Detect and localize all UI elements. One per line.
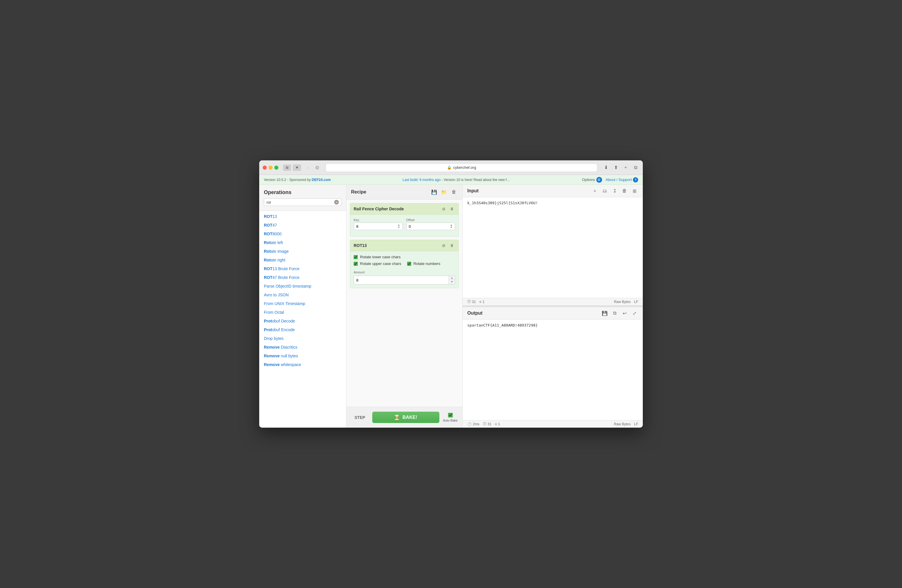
search-clear-button[interactable]: ✕ [334, 200, 339, 205]
input-save-button[interactable]: ↧ [611, 187, 619, 195]
forward-button[interactable]: ⊙ [313, 164, 321, 171]
traffic-lights [263, 166, 279, 170]
bake-label: BAKE! [402, 415, 417, 420]
options-button[interactable]: Options ⚙ [582, 177, 602, 183]
url-text: cyberchef.org [453, 165, 476, 170]
recipe-save-button[interactable]: 💾 [431, 188, 438, 196]
sidebar-item-rotate-right[interactable]: Rotate right [259, 256, 346, 264]
sidebar-item-rot8000[interactable]: ROT8000 [259, 230, 346, 238]
input-delete-button[interactable]: 🗑 [621, 187, 628, 195]
address-bar[interactable]: 🔒 cyberchef.org [326, 163, 597, 172]
output-newline[interactable]: LF [634, 422, 638, 426]
sidebar-item-remove-diacritics[interactable]: Remove Diacritics [259, 343, 346, 352]
output-panel: Output 💾 ⧉ ↩ ⤢ spartanCTF{A11_A80ARD!489… [463, 307, 643, 428]
new-tab-icon[interactable]: ＋ [622, 164, 630, 171]
sidebar-item-avro-json[interactable]: Avro to JSON [259, 291, 346, 299]
op-pause-button[interactable]: ⏸ [449, 206, 455, 212]
step-button[interactable]: STEP [351, 413, 369, 422]
output-lines-value: 1 [498, 422, 500, 426]
sidebar-item-drop-bytes[interactable]: Drop bytes [259, 334, 346, 343]
share-icon[interactable]: ⬆ [612, 164, 620, 171]
op-card-rot13-controls: ⊘ ⏸ [440, 242, 455, 249]
output-copy-button[interactable]: ⧉ [611, 310, 619, 317]
sidebar-item-protobuf-encode[interactable]: Protobuf Encode [259, 325, 346, 334]
offset-label: Offset [406, 218, 456, 222]
output-send-input-button[interactable]: ↩ [621, 310, 628, 317]
output-lines-icon: ≡ [495, 422, 497, 426]
auto-bake-checkbox[interactable] [448, 413, 453, 418]
sidebar-item-remove-null-bytes[interactable]: Remove null bytes [259, 352, 346, 360]
back-button[interactable]: ‹ [305, 164, 312, 171]
sidebar-title: Operations [264, 189, 341, 195]
input-add-button[interactable]: ＋ [591, 187, 599, 195]
sidebar-item-protobuf-decode[interactable]: Protobuf Decode [259, 317, 346, 325]
title-bar-right: ⬇ ⬆ ＋ ⧉ [602, 164, 639, 171]
sidebar-item-rot13-brute[interactable]: ROT13 Brute Force [259, 264, 346, 273]
view-button[interactable]: ▼ [293, 164, 301, 171]
recipe-open-button[interactable]: 📁 [440, 188, 448, 196]
offset-decrement[interactable]: ▼ [450, 226, 453, 228]
input-grid-button[interactable]: ⊞ [631, 187, 638, 195]
recipe-header-buttons: 💾 📁 🗑 [431, 188, 458, 196]
about-button[interactable]: About / Support ? [606, 177, 638, 183]
op-disable-button[interactable]: ⊘ [440, 206, 447, 212]
output-char-count: Ⓣ 31 [483, 422, 492, 427]
close-button[interactable] [263, 166, 267, 170]
sidebar-item-rotate-image[interactable]: Rotate Image [259, 247, 346, 256]
tabs-icon[interactable]: ⧉ [632, 164, 639, 171]
input-newline[interactable]: LF [634, 300, 638, 304]
output-format[interactable]: Raw Bytes [614, 422, 631, 426]
rotate-lower-label: Rotate lower case chars [360, 255, 401, 259]
output-header-buttons: 💾 ⧉ ↩ ⤢ [601, 310, 638, 317]
amount-label: Amount [354, 271, 455, 274]
main-layout: Operations ✕ ROT13 ROT47 ROT8000 Rotate … [259, 185, 643, 428]
auto-bake-group: Auto Bake [443, 413, 458, 422]
sidebar-item-remove-whitespace[interactable]: Remove whitespace [259, 360, 346, 369]
sidebar-item-parse-objectid[interactable]: Parse ObjectID timestamp [259, 282, 346, 291]
sidebar-item-from-octal[interactable]: From Octal [259, 308, 346, 317]
browser-window: ⊞ ▼ ‹ ⊙ 🔒 cyberchef.org ⬇ ⬆ ＋ ⧉ Version … [259, 160, 643, 428]
rotate-numbers-row: Rotate numbers [407, 261, 440, 266]
maximize-button[interactable] [274, 166, 279, 170]
rot13-disable-button[interactable]: ⊘ [440, 242, 447, 249]
op-card-rail-fence-body: Key ▲ ▼ [350, 215, 459, 236]
sidebar-item-rot47[interactable]: ROT47 [259, 221, 346, 230]
input-text[interactable]: k_1h3S40s309}jS25l{S1sXJ0fLV6U! [467, 201, 638, 205]
recipe-delete-button[interactable]: 🗑 [450, 188, 458, 196]
key-input[interactable] [356, 224, 398, 228]
output-maximize-button[interactable]: ⤢ [631, 310, 638, 317]
sponsor-link[interactable]: DEF24.com [312, 178, 331, 182]
amount-input[interactable] [354, 277, 449, 284]
minimize-button[interactable] [268, 166, 272, 170]
chars-icon: Ⓣ [467, 299, 471, 304]
sidebar-item-rot13[interactable]: ROT13 [259, 212, 346, 221]
sidebar-item-rot47-brute[interactable]: ROT47 Brute Force [259, 273, 346, 282]
op-card-rail-fence-header: Rail Fence Cipher Decode ⊘ ⏸ [350, 203, 459, 215]
key-group: Key ▲ ▼ [354, 218, 403, 230]
sidebar-item-rotate-left[interactable]: Rotate left [259, 238, 346, 247]
output-footer-left: 🕐 2ms Ⓣ 31 ≡ 1 [467, 422, 500, 427]
bake-button[interactable]: 🧑‍🍳 BAKE! [372, 412, 440, 423]
search-input[interactable] [266, 200, 332, 205]
amount-increment[interactable]: ▲ [449, 276, 455, 280]
rotate-upper-checkbox[interactable] [354, 262, 358, 266]
amount-group: Amount ▲ ▼ [354, 271, 455, 285]
rotate-numbers-label: Rotate numbers [413, 261, 440, 266]
sidebar-toggle-button[interactable]: ⊞ [283, 164, 291, 171]
download-icon[interactable]: ⬇ [602, 164, 610, 171]
offset-input[interactable] [409, 224, 450, 228]
amount-decrement[interactable]: ▼ [449, 280, 455, 284]
sidebar-item-from-unix[interactable]: From UNIX Timestamp [259, 299, 346, 308]
rotate-upper-label: Rotate upper case chars [360, 261, 401, 266]
content-area: Recipe 💾 📁 🗑 Rail Fence Cipher Decode ⊘ [346, 185, 643, 428]
rotate-lower-checkbox[interactable] [354, 255, 358, 259]
output-save-button[interactable]: 💾 [601, 310, 609, 317]
input-format[interactable]: Raw Bytes [614, 300, 631, 304]
rot13-pause-button[interactable]: ⏸ [449, 242, 455, 249]
input-open-button[interactable]: 🗂 [601, 187, 609, 195]
op-card-rail-fence-title: Rail Fence Cipher Decode [354, 206, 404, 211]
op-card-rot13-title: ROT13 [354, 243, 367, 248]
key-decrement[interactable]: ▼ [398, 226, 400, 228]
last-build-link[interactable]: Last build: 9 months ago [402, 178, 440, 182]
rotate-numbers-checkbox[interactable] [407, 262, 411, 266]
